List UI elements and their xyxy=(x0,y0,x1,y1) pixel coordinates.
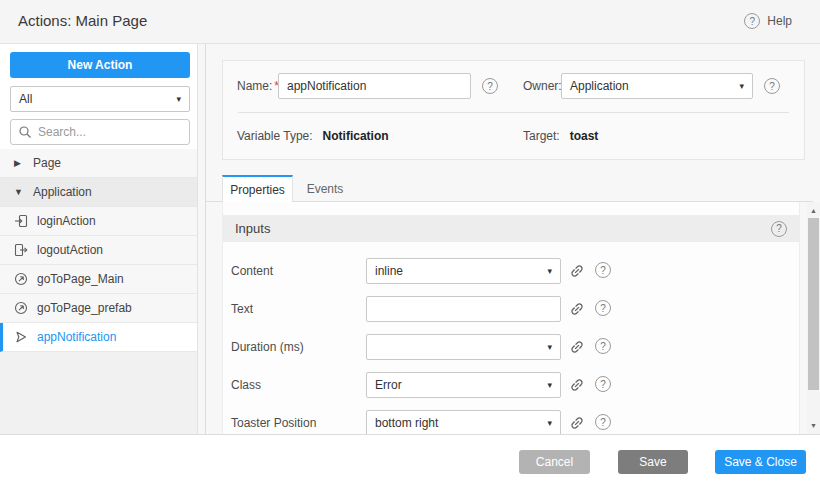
field-help-icon[interactable]: ? xyxy=(595,414,611,430)
variable-type-value: Notification xyxy=(323,129,389,143)
list-item-label: appNotification xyxy=(37,330,116,344)
chevron-down-icon: ▾ xyxy=(176,94,181,104)
field-help-icon[interactable]: ? xyxy=(595,338,611,354)
field-value: bottom right xyxy=(375,416,438,430)
search-icon xyxy=(18,125,32,139)
login-icon xyxy=(14,214,28,228)
field-help-icon[interactable]: ? xyxy=(595,300,611,316)
field-value: inline xyxy=(375,264,403,278)
help-icon[interactable]: ? xyxy=(744,13,760,29)
field-value: Error xyxy=(375,378,402,392)
bind-variable-icon[interactable] xyxy=(569,339,585,355)
panel-divider xyxy=(238,112,789,113)
chevron-right-icon[interactable]: ▶ xyxy=(14,158,24,168)
field-row-class: Class Error ▾ ? xyxy=(223,372,799,398)
scrollbar-thumb[interactable] xyxy=(808,218,819,390)
class-dropdown[interactable]: Error ▾ xyxy=(366,372,561,398)
sidebar-item-gotopage-prefab[interactable]: goToPage_prefab xyxy=(0,294,197,323)
footer-bar: Cancel Save Save & Close xyxy=(0,435,820,491)
chevron-down-icon: ▾ xyxy=(547,342,552,352)
page-title: Actions: Main Page xyxy=(18,12,147,29)
chevron-down-icon: ▾ xyxy=(547,418,552,428)
variable-type-label: Variable Type: xyxy=(237,129,313,143)
inputs-section-header: Inputs ? xyxy=(223,215,799,242)
help-label: Help xyxy=(767,14,792,28)
field-label: Text xyxy=(231,302,253,316)
field-help-icon[interactable]: ? xyxy=(595,262,611,278)
notification-icon xyxy=(14,330,28,344)
tree-group-page[interactable]: ▶ Page xyxy=(0,149,197,178)
actions-sidebar: New Action All ▾ ▶ Page ▼ Application lo… xyxy=(0,44,198,434)
list-item-label: logoutAction xyxy=(37,243,103,257)
field-help-icon[interactable]: ? xyxy=(595,376,611,392)
chevron-down-icon: ▾ xyxy=(547,266,552,276)
sidebar-empty-area xyxy=(0,352,197,434)
navigate-icon xyxy=(14,272,28,286)
field-label: Toaster Position xyxy=(231,416,316,430)
name-label: Name: xyxy=(237,79,272,93)
bind-variable-icon[interactable] xyxy=(569,263,585,279)
tab-properties[interactable]: Properties xyxy=(222,175,293,202)
actions-tree: ▶ Page ▼ Application loginAction logoutA… xyxy=(0,149,197,352)
chevron-down-icon: ▾ xyxy=(547,380,552,390)
save-and-close-button[interactable]: Save & Close xyxy=(715,450,806,474)
scroll-up-icon[interactable]: ▲ xyxy=(807,204,820,217)
chevron-down-icon: ▾ xyxy=(739,81,744,91)
tab-events[interactable]: Events xyxy=(293,175,357,202)
bind-variable-icon[interactable] xyxy=(569,415,585,431)
owner-dropdown[interactable]: Application ▾ xyxy=(561,73,753,99)
field-row-toaster-position: Toaster Position bottom right ▾ ? xyxy=(223,410,799,436)
cancel-button[interactable]: Cancel xyxy=(519,450,590,474)
field-row-duration: Duration (ms) ▾ ? xyxy=(223,334,799,360)
vertical-scrollbar[interactable]: ▲ ▼ xyxy=(807,202,820,434)
target-label: Target: xyxy=(523,129,560,143)
sidebar-item-loginaction[interactable]: loginAction xyxy=(0,207,197,236)
field-row-text: Text ? xyxy=(223,296,799,322)
list-item-label: goToPage_Main xyxy=(37,272,124,286)
new-action-button[interactable]: New Action xyxy=(10,52,190,78)
search-box[interactable] xyxy=(10,119,190,145)
owner-value: Application xyxy=(570,79,629,93)
save-button[interactable]: Save xyxy=(618,450,688,474)
list-item-label: loginAction xyxy=(37,214,96,228)
pane-divider xyxy=(205,44,206,434)
tree-group-label: Page xyxy=(33,156,61,170)
logout-icon xyxy=(14,243,28,257)
filter-value: All xyxy=(19,92,32,106)
field-label: Class xyxy=(231,378,261,392)
duration-dropdown[interactable]: ▾ xyxy=(366,334,561,360)
scroll-down-icon[interactable]: ▼ xyxy=(807,419,820,432)
search-input[interactable] xyxy=(38,125,168,139)
toaster-position-dropdown[interactable]: bottom right ▾ xyxy=(366,410,561,436)
navigate-icon xyxy=(14,301,28,315)
name-field[interactable] xyxy=(278,73,471,99)
text-field[interactable] xyxy=(366,296,561,322)
sidebar-item-appnotification[interactable]: appNotification xyxy=(0,323,197,352)
content-dropdown[interactable]: inline ▾ xyxy=(366,258,561,284)
filter-dropdown[interactable]: All ▾ xyxy=(10,86,190,112)
chevron-down-icon[interactable]: ▼ xyxy=(14,187,24,197)
target-value: toast xyxy=(570,129,599,143)
inputs-help-icon[interactable]: ? xyxy=(771,221,787,237)
owner-help-icon[interactable]: ? xyxy=(764,78,780,94)
bind-variable-icon[interactable] xyxy=(569,377,585,393)
sidebar-item-gotopage-main[interactable]: goToPage_Main xyxy=(0,265,197,294)
inputs-section-title: Inputs xyxy=(235,221,270,236)
field-row-content: Content inline ▾ ? xyxy=(223,258,799,284)
help-button[interactable]: ? Help xyxy=(744,13,792,29)
list-item-label: goToPage_prefab xyxy=(37,301,132,315)
owner-label: Owner: xyxy=(523,79,562,93)
title-bar: Actions: Main Page ? Help xyxy=(0,0,820,44)
tree-group-application[interactable]: ▼ Application xyxy=(0,178,197,207)
action-detail-pane: Name: * ? Owner: * Application ▾ ? Varia… xyxy=(198,44,820,434)
tree-group-label: Application xyxy=(33,185,92,199)
properties-panel: Inputs ? Content inline ▾ ? Text ? xyxy=(222,202,800,434)
field-label: Content xyxy=(231,264,273,278)
sidebar-item-logoutaction[interactable]: logoutAction xyxy=(0,236,197,265)
name-help-icon[interactable]: ? xyxy=(482,78,498,94)
bind-variable-icon[interactable] xyxy=(569,301,585,317)
action-summary-panel: Name: * ? Owner: * Application ▾ ? Varia… xyxy=(222,60,805,160)
field-label: Duration (ms) xyxy=(231,340,304,354)
